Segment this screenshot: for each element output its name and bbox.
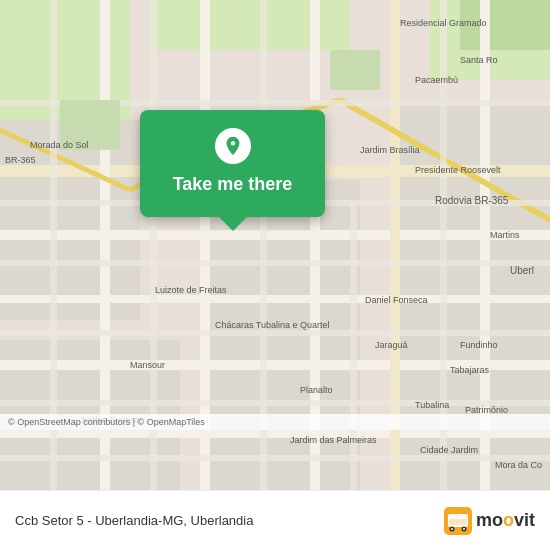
svg-rect-12 xyxy=(0,360,550,370)
svg-rect-34 xyxy=(60,100,120,150)
pin-icon xyxy=(215,128,251,164)
map-label: Rodovia BR-365 xyxy=(435,195,508,206)
svg-line-19 xyxy=(0,130,130,190)
copyright-bar: © OpenStreetMap contributors | © OpenMap… xyxy=(0,414,550,430)
moovit-logo: moovit xyxy=(444,507,535,535)
svg-rect-13 xyxy=(0,430,550,438)
moovit-text: moovit xyxy=(476,510,535,531)
map-label: Pacaembú xyxy=(415,75,458,85)
svg-rect-40 xyxy=(458,515,466,519)
svg-rect-11 xyxy=(0,295,550,303)
callout-label: Take me there xyxy=(173,174,293,195)
map-label: Jardim Brasília xyxy=(360,145,420,155)
map-label: Residencial Gramado xyxy=(400,18,487,28)
map-label: Planalto xyxy=(300,385,333,395)
svg-rect-30 xyxy=(0,260,550,266)
map-label: Tubalina xyxy=(415,400,449,410)
map-label: Daniel Fonseca xyxy=(365,295,428,305)
map-label: Mansour xyxy=(130,360,165,370)
map-label: BR-365 xyxy=(5,155,36,165)
map-label: Presidente Roosevelt xyxy=(415,165,501,175)
svg-rect-26 xyxy=(350,200,357,490)
map-label: Morada do Sol xyxy=(30,140,89,150)
map-label: Santa Ro xyxy=(460,55,498,65)
svg-rect-1 xyxy=(0,0,130,130)
svg-line-21 xyxy=(340,100,550,220)
map-label: Tabajaras xyxy=(450,365,489,375)
svg-rect-2 xyxy=(150,0,350,50)
svg-point-43 xyxy=(451,528,453,530)
map-label: Jardim das Palmeiras xyxy=(290,435,377,445)
svg-rect-39 xyxy=(449,515,457,519)
svg-rect-33 xyxy=(0,455,550,461)
svg-rect-3 xyxy=(430,0,550,80)
map-label: Fundinho xyxy=(460,340,498,350)
map-label: Luizote de Freitas xyxy=(155,285,227,295)
svg-rect-8 xyxy=(390,100,550,490)
map-label: Chácaras Tubalina e Quartel xyxy=(215,320,330,330)
svg-rect-32 xyxy=(0,400,550,406)
svg-rect-31 xyxy=(0,330,550,336)
map-label: Jaraguá xyxy=(375,340,408,350)
location-text: Ccb Setor 5 - Uberlandia-MG, Uberlandia xyxy=(15,513,444,528)
copyright-text: © OpenStreetMap contributors | © OpenMap… xyxy=(8,417,205,427)
svg-rect-4 xyxy=(460,0,550,50)
take-me-there-button[interactable]: Take me there xyxy=(140,110,325,217)
moovit-bus-icon xyxy=(444,507,472,535)
map-label: Cidade Jardim xyxy=(420,445,478,455)
map-label: Martins xyxy=(490,230,520,240)
map-container: Residencial GramadoSanta RoPacaembúMorad… xyxy=(0,0,550,490)
svg-rect-10 xyxy=(0,230,550,240)
map-label: Uberl xyxy=(510,265,534,276)
bottom-bar: Ccb Setor 5 - Uberlandia-MG, Uberlandia … xyxy=(0,490,550,550)
svg-rect-5 xyxy=(0,120,140,320)
svg-point-44 xyxy=(463,528,465,530)
svg-rect-28 xyxy=(0,100,550,106)
map-label: Mora da Co xyxy=(495,460,542,470)
svg-rect-35 xyxy=(330,50,380,90)
